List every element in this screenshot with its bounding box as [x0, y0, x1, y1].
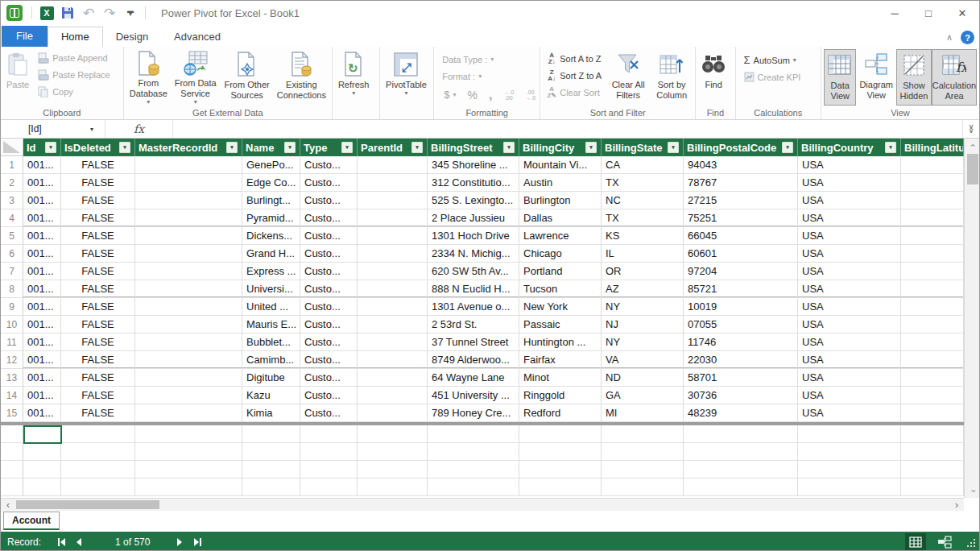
- column-header-Name[interactable]: Name▾: [242, 139, 300, 156]
- row-number[interactable]: 13: [1, 369, 23, 387]
- row-number[interactable]: 11: [1, 334, 23, 351]
- cell[interactable]: Passaic: [519, 316, 602, 334]
- cell[interactable]: Tucson: [519, 280, 602, 298]
- cell[interactable]: [135, 209, 242, 227]
- cell[interactable]: [135, 461, 242, 478]
- cell[interactable]: [358, 461, 428, 478]
- cell[interactable]: CA: [602, 156, 684, 174]
- filter-button[interactable]: ▾: [585, 142, 597, 153]
- refresh-button[interactable]: ↻ Refresh ▾: [335, 49, 373, 106]
- cell[interactable]: Mauris E...: [242, 316, 300, 334]
- cell[interactable]: 94043: [684, 156, 798, 174]
- cell[interactable]: 001...: [23, 209, 61, 227]
- cell[interactable]: [242, 478, 300, 496]
- cell[interactable]: Fairfax: [519, 351, 602, 369]
- vertical-scrollbar[interactable]: ‹ ‹: [964, 139, 980, 498]
- cell[interactable]: [602, 461, 684, 478]
- cell[interactable]: [901, 369, 964, 387]
- cell[interactable]: [23, 443, 61, 461]
- cell[interactable]: [358, 263, 428, 280]
- cell[interactable]: Burlingt...: [242, 192, 300, 209]
- row-number[interactable]: [1, 478, 23, 496]
- cell[interactable]: Custo...: [300, 156, 358, 174]
- cell[interactable]: GA: [602, 387, 684, 404]
- cell[interactable]: [519, 443, 602, 461]
- column-header-Type[interactable]: Type▾: [300, 139, 358, 156]
- diagram-view-button[interactable]: Diagram View: [856, 49, 896, 106]
- cell[interactable]: Custo...: [300, 280, 358, 298]
- pivottable-button[interactable]: ⤢ PivotTable ▾: [382, 49, 430, 106]
- cell[interactable]: [23, 478, 61, 496]
- cell[interactable]: [684, 478, 798, 496]
- cell[interactable]: [135, 404, 242, 422]
- cell[interactable]: [358, 351, 428, 369]
- show-hidden-button[interactable]: Show Hidden: [896, 49, 932, 106]
- cell[interactable]: [901, 174, 964, 192]
- cell[interactable]: [358, 443, 428, 461]
- tab-design[interactable]: Design: [103, 27, 161, 47]
- existing-connections-button[interactable]: Existing Connections: [274, 49, 329, 106]
- cell[interactable]: [242, 425, 300, 443]
- cell[interactable]: [358, 387, 428, 404]
- maximize-button[interactable]: □: [912, 1, 945, 25]
- filter-button[interactable]: ▾: [668, 142, 679, 153]
- cell[interactable]: Universi...: [242, 280, 300, 298]
- cell[interactable]: Custo...: [300, 369, 358, 387]
- cell[interactable]: Bubblet...: [242, 334, 300, 351]
- cell[interactable]: Express ...: [242, 263, 300, 280]
- cell[interactable]: [798, 461, 901, 478]
- cell[interactable]: ND: [602, 369, 684, 387]
- cell[interactable]: [358, 156, 428, 174]
- column-header-BillingCountry[interactable]: BillingCountry▾: [798, 139, 901, 156]
- currency-format-button[interactable]: $▾: [441, 86, 458, 103]
- minimize-button[interactable]: ─: [878, 1, 912, 25]
- cell[interactable]: 22030: [684, 351, 798, 369]
- cell[interactable]: 001...: [23, 334, 61, 351]
- cell[interactable]: [358, 404, 428, 422]
- cell[interactable]: [519, 478, 602, 496]
- scroll-right-icon[interactable]: ›: [949, 499, 964, 511]
- row-number[interactable]: 8: [1, 280, 23, 298]
- cell[interactable]: [135, 425, 242, 443]
- cell[interactable]: Burlington: [519, 192, 602, 209]
- cell[interactable]: 97204: [684, 263, 798, 280]
- grid-view-toggle[interactable]: [905, 533, 926, 550]
- cell[interactable]: USA: [798, 245, 901, 263]
- copy-button[interactable]: Copy: [35, 83, 113, 100]
- cell[interactable]: [135, 298, 242, 316]
- cell[interactable]: NY: [602, 298, 684, 316]
- cell[interactable]: 001...: [23, 245, 61, 263]
- thousands-separator-button[interactable]: ,: [486, 86, 494, 103]
- column-header-BillingCity[interactable]: BillingCity▾: [519, 139, 602, 156]
- cell[interactable]: FALSE: [61, 245, 135, 263]
- filter-button[interactable]: ▾: [341, 142, 353, 153]
- find-button[interactable]: Find: [698, 49, 729, 106]
- cell[interactable]: [135, 443, 242, 461]
- cell[interactable]: USA: [798, 387, 901, 404]
- cell[interactable]: [428, 443, 519, 461]
- filter-button[interactable]: ▾: [782, 142, 793, 153]
- vertical-scroll-thumb[interactable]: [967, 154, 978, 184]
- horizontal-scrollbar[interactable]: ‹ ›: [1, 498, 964, 511]
- cell[interactable]: 001...: [23, 156, 61, 174]
- cell[interactable]: USA: [798, 263, 901, 280]
- customize-qat-button[interactable]: ▬▾: [122, 5, 139, 21]
- row-number[interactable]: 10: [1, 316, 23, 334]
- filter-button[interactable]: ▾: [119, 142, 130, 153]
- cell[interactable]: [358, 334, 428, 351]
- cell[interactable]: Custo...: [300, 404, 358, 422]
- row-number[interactable]: 3: [1, 192, 23, 209]
- paste-append-button[interactable]: Paste Append: [35, 49, 113, 66]
- cell[interactable]: 620 SW 5th Av...: [428, 263, 519, 280]
- cell[interactable]: Mountain Vi...: [519, 156, 602, 174]
- cell[interactable]: [135, 156, 242, 174]
- create-kpi-button[interactable]: Create KPI: [742, 68, 804, 85]
- cell[interactable]: [358, 280, 428, 298]
- cell[interactable]: 78767: [684, 174, 798, 192]
- sort-z-to-a-button[interactable]: ZA↓ Sort Z to A: [544, 67, 604, 84]
- cell[interactable]: Redford: [519, 404, 602, 422]
- cell[interactable]: 1301 Hoch Drive: [428, 227, 519, 245]
- cell[interactable]: [428, 425, 519, 443]
- cell[interactable]: [901, 192, 964, 209]
- resize-grip[interactable]: [965, 536, 976, 548]
